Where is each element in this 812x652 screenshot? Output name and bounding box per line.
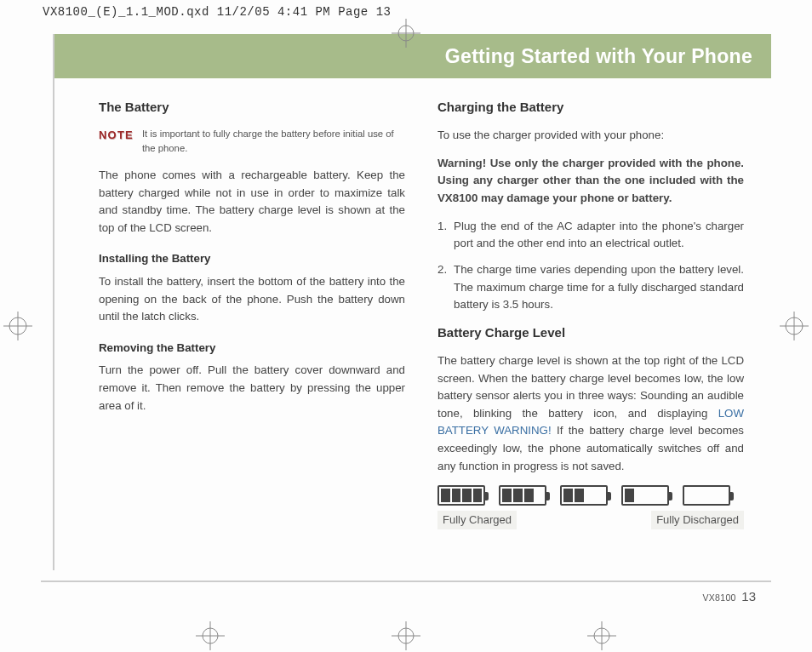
note-label: NOTE xyxy=(99,127,134,155)
heading-charge-level: Battery Charge Level xyxy=(437,323,744,342)
footer-page-number: 13 xyxy=(741,589,756,603)
remove-paragraph: Turn the power off. Pull the battery cov… xyxy=(99,362,405,415)
battery-icon-row xyxy=(437,485,744,506)
note-text: It is important to fully charge the batt… xyxy=(142,127,405,155)
heading-removing: Removing the Battery xyxy=(99,340,405,357)
battery-icon-2 xyxy=(560,485,608,506)
page-footer: VX8100 13 xyxy=(703,589,756,603)
battery-intro-paragraph: The phone comes with a rechargeable batt… xyxy=(99,167,405,237)
sidebar-rule xyxy=(53,34,54,570)
step-text: The charge time varies depending upon th… xyxy=(454,261,744,314)
step-2: 2. The charge time varies depending upon… xyxy=(437,261,744,314)
battery-labels: Fully Charged Fully Discharged xyxy=(437,511,744,529)
charge-level-paragraph: The battery charge level is shown at the… xyxy=(437,352,744,475)
step-text: Plug the end of the AC adapter into the … xyxy=(454,218,744,253)
crop-mark-icon xyxy=(196,621,225,650)
install-paragraph: To install the battery, insert the botto… xyxy=(99,273,405,326)
content-columns: The Battery NOTE It is important to full… xyxy=(41,78,771,529)
step-1: 1. Plug the end of the AC adapter into t… xyxy=(437,218,744,253)
note-block: NOTE It is important to fully charge the… xyxy=(99,127,405,155)
charge-intro: To use the charger provided with your ph… xyxy=(437,127,744,145)
battery-icon-4 xyxy=(437,485,485,506)
label-fully-charged: Fully Charged xyxy=(437,511,517,529)
heading-battery: The Battery xyxy=(99,97,405,117)
charge-warning: Warning! Use only the charger provided w… xyxy=(437,155,744,208)
right-column: Charging the Battery To use the charger … xyxy=(437,97,744,529)
charge-level-text-a: The battery charge level is shown at the… xyxy=(437,354,744,420)
label-fully-discharged: Fully Discharged xyxy=(651,511,744,529)
crop-mark-icon xyxy=(780,312,809,340)
crop-mark-icon xyxy=(392,19,420,48)
battery-icon-1 xyxy=(621,485,669,506)
step-number: 2. xyxy=(437,261,447,314)
battery-icon-0 xyxy=(683,485,730,506)
footer-rule xyxy=(41,581,771,582)
section-title: Getting Started with Your Phone xyxy=(445,45,752,68)
crop-mark-icon xyxy=(392,621,420,650)
source-file-header: VX8100_(E)_1.1_MOD.qxd 11/2/05 4:41 PM P… xyxy=(43,5,391,19)
page-frame: Getting Started with Your Phone The Batt… xyxy=(41,34,771,611)
heading-installing: Installing the Battery xyxy=(99,250,405,268)
battery-icon-3 xyxy=(499,485,546,506)
left-column: The Battery NOTE It is important to full… xyxy=(99,97,405,529)
footer-model: VX8100 xyxy=(703,592,736,603)
crop-mark-icon xyxy=(587,621,616,650)
step-number: 1. xyxy=(437,218,447,253)
heading-charging: Charging the Battery xyxy=(437,97,744,117)
crop-mark-icon xyxy=(3,312,32,340)
